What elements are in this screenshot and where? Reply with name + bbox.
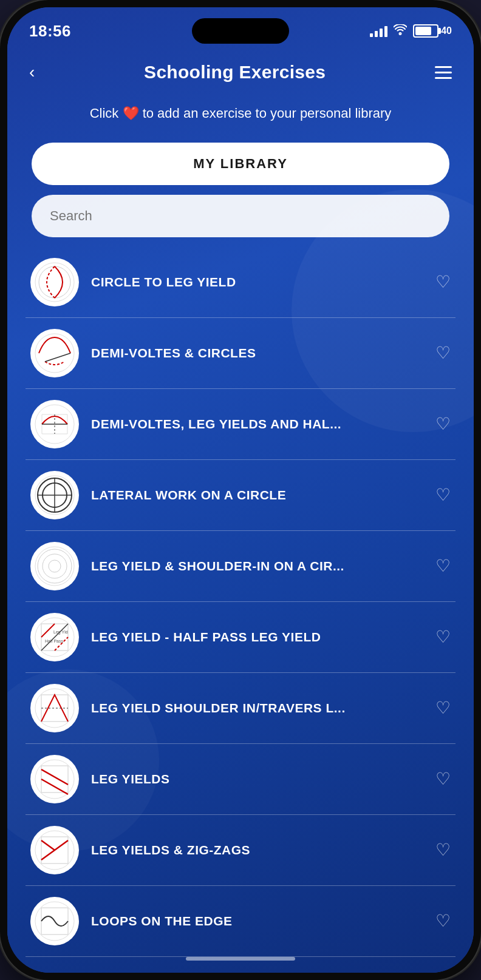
exercise-item[interactable]: CIRCLE TO LEG YIELD♡ <box>26 247 455 318</box>
exercise-thumbnail <box>30 897 79 945</box>
page-title: Schooling Exercises <box>144 62 326 83</box>
favorite-button[interactable]: ♡ <box>435 698 451 718</box>
exercise-thumbnail <box>30 329 79 377</box>
hint-heart: ❤️ <box>123 106 139 121</box>
favorite-button[interactable]: ♡ <box>435 911 451 931</box>
exercise-name: DEMI-VOLTES, LEG YIELDS AND HAL... <box>91 417 423 431</box>
back-button[interactable]: ‹ <box>29 63 35 82</box>
hint-text: Click ❤️ to add an exercise to your pers… <box>7 95 474 133</box>
exercise-item[interactable]: Half Pass Leg Yld LEG YIELD - HALF PASS … <box>26 602 455 673</box>
favorite-button[interactable]: ♡ <box>435 840 451 860</box>
favorite-button[interactable]: ♡ <box>435 414 451 434</box>
my-library-button[interactable]: MY LIBRARY <box>32 143 449 185</box>
svg-point-0 <box>35 263 74 302</box>
svg-point-8 <box>35 547 74 586</box>
hint-after: to add an exercise to your personal libr… <box>143 106 392 121</box>
exercise-list: CIRCLE TO LEG YIELD♡ DEMI-VOLTES & CIRCL… <box>7 247 474 957</box>
exercise-name: LOOPS ON THE EDGE <box>91 914 423 928</box>
svg-text:Half Pass: Half Pass <box>45 639 63 643</box>
exercise-name: LEG YIELDS <box>91 772 423 786</box>
exercise-thumbnail <box>30 684 79 732</box>
search-container <box>32 195 449 237</box>
exercise-item[interactable]: DEMI-VOLTES & CIRCLES♡ <box>26 318 455 389</box>
favorite-button[interactable]: ♡ <box>435 556 451 576</box>
search-input[interactable] <box>32 195 449 237</box>
battery-icon <box>413 24 438 38</box>
exercise-name: LEG YIELD - HALF PASS LEG YIELD <box>91 630 423 644</box>
hint-before: Click <box>90 106 119 121</box>
nav-bar: ‹ Schooling Exercises <box>7 50 474 95</box>
home-indicator <box>186 957 295 961</box>
exercise-item[interactable]: LEG YIELDS♡ <box>26 744 455 815</box>
exercise-item[interactable]: DEMI-VOLTES, LEG YIELDS AND HAL...♡ <box>26 389 455 460</box>
exercise-name: LEG YIELDS & ZIG-ZAGS <box>91 843 423 857</box>
exercise-item[interactable]: LOOPS ON THE EDGE♡ <box>26 886 455 957</box>
exercise-thumbnail <box>30 400 79 448</box>
exercise-item[interactable]: LATERAL WORK ON A CIRCLE♡ <box>26 460 455 531</box>
exercise-name: DEMI-VOLTES & CIRCLES <box>91 346 423 360</box>
exercise-name: CIRCLE TO LEG YIELD <box>91 275 423 289</box>
favorite-button[interactable]: ♡ <box>435 485 451 505</box>
battery-fill <box>415 27 431 35</box>
signal-bars-icon <box>370 25 387 37</box>
battery-level: 40 <box>441 25 452 36</box>
wifi-icon <box>394 24 407 38</box>
status-time: 18:56 <box>29 22 71 41</box>
status-icons: 40 <box>370 24 452 38</box>
phone-frame: 18:56 40 <box>0 0 481 980</box>
favorite-button[interactable]: ♡ <box>435 272 451 292</box>
exercise-item[interactable]: LEG YIELDS & ZIG-ZAGS♡ <box>26 815 455 886</box>
exercise-name: LEG YIELD SHOULDER IN/TRAVERS L... <box>91 701 423 715</box>
exercise-thumbnail: Half Pass Leg Yld <box>30 613 79 661</box>
exercise-thumbnail <box>30 755 79 803</box>
exercise-name: LEG YIELD & SHOULDER-IN ON A CIR... <box>91 559 423 573</box>
battery-container: 40 <box>413 24 452 38</box>
phone-screen: 18:56 40 <box>7 7 474 973</box>
exercise-thumbnail <box>30 258 79 306</box>
favorite-button[interactable]: ♡ <box>435 627 451 647</box>
favorite-button[interactable]: ♡ <box>435 769 451 789</box>
exercise-item[interactable]: LEG YIELD & SHOULDER-IN ON A CIR...♡ <box>26 531 455 602</box>
favorite-button[interactable]: ♡ <box>435 343 451 363</box>
exercise-item[interactable]: LEG YIELD SHOULDER IN/TRAVERS L...♡ <box>26 673 455 744</box>
exercise-thumbnail <box>30 826 79 874</box>
dynamic-island <box>192 18 289 44</box>
svg-point-2 <box>35 334 74 373</box>
svg-text:Leg Yld: Leg Yld <box>53 630 68 635</box>
exercise-name: LATERAL WORK ON A CIRCLE <box>91 488 423 502</box>
menu-button[interactable] <box>435 66 452 79</box>
exercise-thumbnail <box>30 471 79 519</box>
exercise-thumbnail <box>30 542 79 590</box>
